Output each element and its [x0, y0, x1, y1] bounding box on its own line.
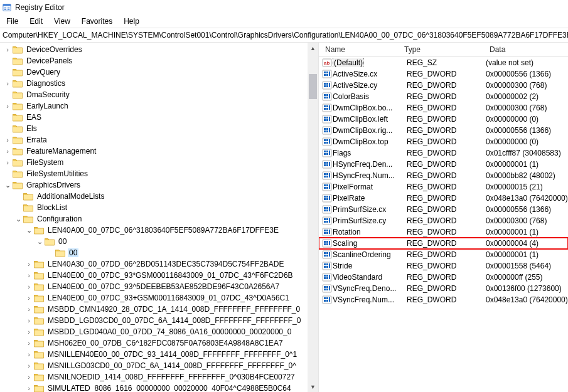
col-type[interactable]: Type: [400, 45, 486, 54]
address-bar[interactable]: Computer\HKEY_LOCAL_MACHINE\SYSTEM\Contr…: [0, 28, 568, 43]
chevron-right-icon[interactable]: ›: [24, 340, 34, 347]
tree-node[interactable]: FileSystemUtilities: [0, 168, 308, 179]
tree-node[interactable]: ›LEN40E00_00_07DC_93+GSM000116843009_01_…: [0, 292, 308, 304]
chevron-right-icon[interactable]: ›: [24, 272, 34, 279]
reg-dword-icon: [321, 114, 333, 124]
tree-node[interactable]: ›LEN40E00_00_07DC_93*GSM000116843009_01_…: [0, 270, 308, 281]
tree-node[interactable]: ›FileSystem: [0, 157, 308, 168]
menu-favorites[interactable]: Favorites: [77, 16, 117, 27]
value-data: 0x048e13a0 (76420000): [485, 295, 568, 304]
chevron-right-icon[interactable]: ›: [24, 317, 34, 324]
tree-node-label: LEN40A30_00_07DD_06^2BD051143DEC35C7394D…: [46, 260, 286, 268]
chevron-right-icon[interactable]: ›: [24, 306, 34, 313]
tree-node[interactable]: BlockList: [0, 202, 308, 213]
tree-node[interactable]: DevicePanels: [0, 55, 308, 66]
chevron-down-icon[interactable]: ⌄: [3, 182, 13, 189]
tree-node[interactable]: ›Diagnostics: [0, 78, 308, 89]
value-row[interactable]: HSyncFreq.Den...REG_DWORD0x00000001 (1): [319, 159, 568, 170]
tree-node[interactable]: 00: [0, 247, 308, 258]
tree-node[interactable]: ›SIMULATED_8086_1616_00000000_00020000_4…: [0, 383, 308, 392]
value-row[interactable]: PrimSurfSize.cxREG_DWORD0x00000556 (1366…: [319, 204, 568, 215]
value-row[interactable]: RotationREG_DWORD0x00000001 (1): [319, 226, 568, 238]
tree-node[interactable]: ›MSBDD_CMN14920_28_07DC_1A_1414_008D_FFF…: [0, 304, 308, 315]
tree-node[interactable]: ⌄GraphicsDrivers: [0, 179, 308, 191]
menu-help[interactable]: Help: [119, 16, 144, 27]
col-name[interactable]: Name: [321, 45, 400, 54]
tree-node[interactable]: Els: [0, 123, 308, 134]
folder-icon: [34, 316, 44, 325]
chevron-right-icon[interactable]: ›: [24, 374, 34, 381]
chevron-right-icon[interactable]: ›: [24, 295, 34, 302]
reg-dword-icon: [321, 171, 333, 181]
value-row[interactable]: VSyncFreq.Num...REG_DWORD0x048e13a0 (764…: [319, 294, 568, 305]
chevron-right-icon[interactable]: ›: [3, 103, 13, 110]
tree-node[interactable]: ›MSBDD_LGD03CD0_00_07DC_6A_1414_008D_FFF…: [0, 315, 308, 326]
chevron-right-icon[interactable]: ›: [24, 385, 34, 392]
tree-node[interactable]: ›Errata: [0, 134, 308, 146]
tree-node[interactable]: ›LEN40A30_00_07DD_06^2BD051143DEC35C7394…: [0, 258, 308, 270]
tree-node[interactable]: ›MSH062E0_00_07DB_C6^182FDC0875F0A76803E…: [0, 337, 308, 349]
chevron-right-icon[interactable]: ›: [3, 46, 13, 53]
tree-node[interactable]: ›MSNILLEN40E00_00_07DC_93_1414_008D_FFFF…: [0, 349, 308, 360]
chevron-right-icon[interactable]: ›: [24, 351, 34, 358]
value-row[interactable]: PixelRateREG_DWORD0x048e13a0 (76420000): [319, 193, 568, 204]
value-name: Stride: [333, 262, 405, 270]
value-row[interactable]: (Default)REG_SZ(value not set): [319, 57, 568, 68]
value-row[interactable]: VideoStandardREG_DWORD0x000000ff (255): [319, 272, 568, 283]
tree-node[interactable]: ⌄Configuration: [0, 213, 308, 225]
tree-node[interactable]: ›FeatureManagement: [0, 146, 308, 157]
chevron-right-icon[interactable]: ›: [24, 363, 34, 369]
value-data: 0x00000001 (1): [485, 250, 568, 259]
tree-node[interactable]: AdditionalModeLists: [0, 191, 308, 202]
menu-view[interactable]: View: [49, 16, 75, 27]
chevron-right-icon[interactable]: ›: [3, 148, 13, 155]
value-row[interactable]: PrimSurfSize.cyREG_DWORD0x00000300 (768): [319, 215, 568, 226]
col-data[interactable]: Data: [486, 45, 568, 54]
tree-scrollbar[interactable]: ▲ ▼: [308, 43, 318, 392]
tree-node[interactable]: ›EarlyLaunch: [0, 100, 308, 112]
chevron-down-icon[interactable]: ⌄: [24, 227, 34, 234]
value-type: REG_DWORD: [405, 183, 485, 191]
value-row[interactable]: DwmClipBox.leftREG_DWORD0x00000000 (0): [319, 114, 568, 125]
chevron-right-icon[interactable]: ›: [3, 137, 13, 144]
chevron-right-icon[interactable]: ›: [24, 261, 34, 268]
chevron-right-icon[interactable]: ›: [24, 283, 34, 290]
chevron-right-icon[interactable]: ›: [24, 329, 34, 336]
values-list[interactable]: (Default)REG_SZ(value not set)ActiveSize…: [319, 57, 568, 305]
value-row[interactable]: StrideREG_DWORD0x00001558 (5464): [319, 260, 568, 272]
value-row[interactable]: ScalingREG_DWORD0x00000004 (4): [319, 238, 568, 249]
value-row[interactable]: DwmClipBox.bo...REG_DWORD0x00000300 (768…: [319, 102, 568, 114]
value-row[interactable]: DwmClipBox.rig...REG_DWORD0x00000556 (13…: [319, 125, 568, 136]
tree-node[interactable]: ›DeviceOverrides: [0, 44, 308, 55]
tree-node[interactable]: ›MSNILNOEDID_1414_008D_FFFFFFFF_FFFFFFFF…: [0, 371, 308, 383]
tree-node[interactable]: EAS: [0, 112, 308, 123]
chevron-right-icon[interactable]: ›: [3, 80, 13, 87]
value-row[interactable]: ActiveSize.cxREG_DWORD0x00000556 (1366): [319, 68, 568, 80]
menu-edit[interactable]: Edit: [24, 16, 48, 27]
value-row[interactable]: ActiveSize.cyREG_DWORD0x00000300 (768): [319, 80, 568, 91]
chevron-down-icon[interactable]: ⌄: [13, 216, 23, 223]
tree-node[interactable]: DmaSecurity: [0, 89, 308, 100]
tree-node[interactable]: ⌄LEN40A00_00_07DC_06^31803640F5EF5089A77…: [0, 225, 308, 236]
menu-file[interactable]: File: [1, 16, 23, 27]
folder-icon: [13, 169, 23, 178]
scroll-down-icon[interactable]: ▼: [308, 381, 318, 392]
value-row[interactable]: DwmClipBox.topREG_DWORD0x00000000 (0): [319, 136, 568, 147]
tree-node[interactable]: ›MSBDD_LGD040A0_00_07DD_74_8086_0A16_000…: [0, 326, 308, 337]
value-data: 0x00136f00 (1273600): [485, 284, 568, 293]
chevron-right-icon[interactable]: ›: [3, 159, 13, 166]
value-row[interactable]: ColorBasisREG_DWORD0x00000002 (2): [319, 91, 568, 102]
tree-node[interactable]: ›LEN40E00_00_07DC_93^5DEEBEB53AE852BDE96…: [0, 281, 308, 292]
value-row[interactable]: HSyncFreq.Num...REG_DWORD0x0000bb82 (480…: [319, 170, 568, 181]
tree-node[interactable]: ›MSNILLGD03CD0_00_07DC_6A_1414_008D_FFFF…: [0, 360, 308, 371]
scroll-thumb[interactable]: [309, 74, 317, 99]
value-row[interactable]: PixelFormatREG_DWORD0x00000015 (21): [319, 181, 568, 193]
tree-node[interactable]: ⌄00: [0, 236, 308, 247]
value-row[interactable]: VSyncFreq.Deno...REG_DWORD0x00136f00 (12…: [319, 283, 568, 294]
registry-tree[interactable]: ›DeviceOverridesDevicePanelsDevQuery›Dia…: [0, 43, 308, 392]
value-row[interactable]: FlagsREG_DWORD0x01cfff87 (30408583): [319, 147, 568, 159]
scroll-up-icon[interactable]: ▲: [308, 43, 318, 53]
chevron-down-icon[interactable]: ⌄: [35, 238, 45, 245]
value-row[interactable]: ScanlineOrderingREG_DWORD0x00000001 (1): [319, 249, 568, 260]
tree-node[interactable]: DevQuery: [0, 66, 308, 78]
